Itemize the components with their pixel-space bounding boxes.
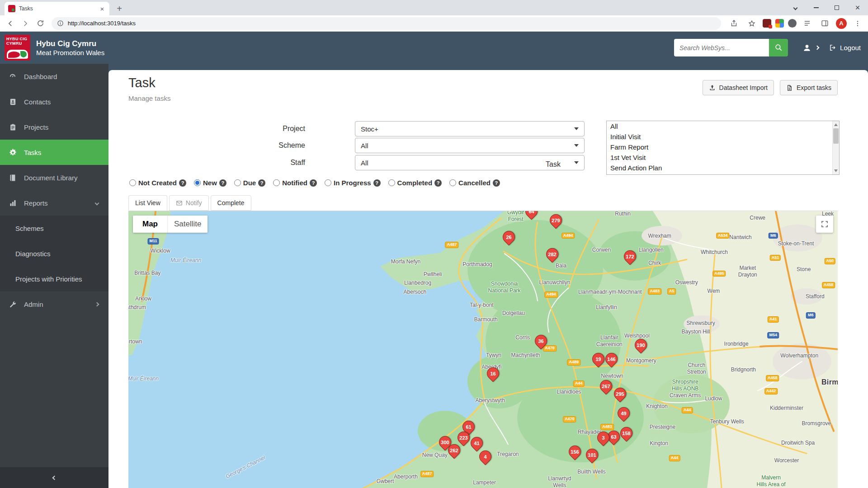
task-option[interactable]: All xyxy=(607,121,839,131)
window-close-icon[interactable]: × xyxy=(847,0,868,15)
sidebar-item-admin[interactable]: Admin xyxy=(0,291,108,317)
extension-icon-2[interactable] xyxy=(775,19,784,28)
listbox-scrollbar[interactable] xyxy=(832,121,839,174)
view-tabs: List View Notify Complete xyxy=(128,196,838,211)
sidebar-item-projects-with-priorities[interactable]: Projects with Priorities xyxy=(0,266,108,291)
map-label-town: Tywyn xyxy=(486,352,501,358)
org-name: Hybu Cig Cymru Meat Promotion Wales xyxy=(36,39,104,57)
help-icon[interactable]: ? xyxy=(219,179,226,187)
project-label: Project xyxy=(231,121,305,136)
profile-avatar[interactable]: A xyxy=(836,18,847,29)
task-option[interactable]: 1st Vet Visit xyxy=(607,152,839,163)
scheme-select[interactable]: All xyxy=(355,138,585,153)
help-icon[interactable]: ? xyxy=(179,179,186,187)
sidebar-item-document-library[interactable]: Document Library xyxy=(0,165,108,190)
help-icon[interactable]: ? xyxy=(434,179,442,187)
status-radio-due[interactable]: Due? xyxy=(234,179,265,187)
status-radio-new[interactable]: New? xyxy=(194,179,226,187)
side-panel-icon[interactable] xyxy=(818,17,832,30)
scroll-down-icon[interactable] xyxy=(834,169,838,172)
help-icon[interactable]: ? xyxy=(493,179,500,187)
info-icon[interactable] xyxy=(57,20,64,27)
road-badge: A487 xyxy=(445,242,459,248)
window-minimize-icon[interactable] xyxy=(806,0,826,15)
browser-menu-kebab-icon[interactable] xyxy=(851,17,864,30)
help-icon[interactable]: ? xyxy=(258,179,265,187)
radio-input[interactable] xyxy=(129,179,136,186)
sidebar-item-label: Admin xyxy=(24,300,43,308)
search-input[interactable] xyxy=(674,39,769,56)
status-radio-notified[interactable]: Notified? xyxy=(273,179,317,187)
tab-notify[interactable]: Notify xyxy=(169,195,209,211)
user-menu-chevron-icon[interactable] xyxy=(815,46,820,50)
tab-close-icon[interactable]: × xyxy=(99,5,106,12)
help-icon[interactable]: ? xyxy=(373,179,381,187)
sidebar-item-diagnostics[interactable]: Diagnostics xyxy=(0,241,108,266)
scrollbar-thumb[interactable] xyxy=(833,128,839,144)
status-radio-not-created[interactable]: Not Created? xyxy=(129,179,186,187)
radio-input[interactable] xyxy=(194,179,201,186)
forward-icon[interactable] xyxy=(19,17,32,30)
radio-input[interactable] xyxy=(449,179,456,186)
bookmark-star-icon[interactable] xyxy=(745,17,759,30)
sidebar-item-dashboard[interactable]: Dashboard xyxy=(0,64,108,89)
radio-input[interactable] xyxy=(388,179,395,186)
envelope-icon xyxy=(176,200,183,206)
sidebar-item-label: Document Library xyxy=(24,174,77,182)
sidebar-item-projects[interactable]: Projects xyxy=(0,114,108,140)
sidebar-item-contacts[interactable]: Contacts xyxy=(0,89,108,114)
tab-complete[interactable]: Complete xyxy=(211,195,251,211)
reload-icon[interactable] xyxy=(33,17,47,30)
sidebar-item-tasks[interactable]: Tasks xyxy=(0,140,108,165)
road-badge: A442 xyxy=(764,388,778,394)
task-listbox[interactable]: AllInitial VisitFarm Report1st Vet Visit… xyxy=(606,121,840,175)
sidebar-item-label: Tasks xyxy=(24,149,41,156)
share-icon[interactable] xyxy=(727,17,741,30)
browser-tab[interactable]: Tasks × xyxy=(5,2,109,15)
status-radio-cancelled[interactable]: Cancelled? xyxy=(449,179,500,187)
scroll-up-icon[interactable] xyxy=(834,123,838,126)
extension-icon-3[interactable] xyxy=(788,19,797,28)
satellite-button[interactable]: Satellite xyxy=(168,216,208,233)
reading-list-icon[interactable] xyxy=(801,17,814,30)
extension-icon-1[interactable] xyxy=(763,19,771,28)
datasheet-import-button[interactable]: Datasheet Import xyxy=(703,80,774,95)
map-label-town: Llanwrtyd Wells xyxy=(548,475,571,488)
road-badge: A470 xyxy=(563,416,576,422)
map-label-town: Llanbedrog xyxy=(404,280,431,286)
map-button[interactable]: Map xyxy=(133,216,167,233)
map-label-town: Market Drayton xyxy=(738,265,757,278)
window-maximize-icon[interactable] xyxy=(826,0,847,15)
task-option[interactable]: Initial Visit xyxy=(607,131,839,142)
radio-input[interactable] xyxy=(325,179,331,186)
radio-input[interactable] xyxy=(234,179,241,186)
radio-input[interactable] xyxy=(273,179,280,186)
task-option[interactable]: Send Action Plan xyxy=(607,163,839,173)
status-radio-completed[interactable]: Completed? xyxy=(388,179,442,187)
back-icon[interactable] xyxy=(4,17,17,30)
map-label-town: Barmouth xyxy=(474,316,498,323)
sidebar-item-reports[interactable]: Reports xyxy=(0,190,108,216)
logout-button[interactable]: Logout xyxy=(829,44,861,52)
road-badge: A483 xyxy=(600,424,614,430)
search-button[interactable] xyxy=(769,39,788,56)
new-tab-button[interactable]: + xyxy=(113,2,126,15)
project-select[interactable]: Stoc+ xyxy=(355,121,585,136)
tab-list-view[interactable]: List View xyxy=(128,195,167,211)
task-option[interactable]: Farm Report xyxy=(607,142,839,152)
map-label-town: Gwbert xyxy=(377,478,394,485)
status-radio-in-progress[interactable]: In Progress? xyxy=(325,179,381,187)
sidebar-item-schemes[interactable]: Schemes xyxy=(0,216,108,241)
fullscreen-button[interactable] xyxy=(816,216,833,233)
export-tasks-button[interactable]: Export tasks xyxy=(780,80,838,95)
sidebar: DashboardContactsProjectsTasksDocument L… xyxy=(0,64,108,488)
road-badge: M6 xyxy=(769,233,778,239)
window-menu-chevron-icon[interactable] xyxy=(785,0,806,15)
sidebar-collapse-button[interactable] xyxy=(0,467,108,488)
map[interactable]: RuthinCreweLeekWrexhamNantwichCorwenLlan… xyxy=(128,211,838,488)
help-icon[interactable]: ? xyxy=(310,179,317,187)
map-label-town: Tenbury Wells xyxy=(710,418,744,425)
map-label-town: Newtown xyxy=(601,372,623,379)
address-bar[interactable]: http://localhost:3019/tasks xyxy=(52,17,721,30)
user-icon[interactable] xyxy=(802,43,811,52)
